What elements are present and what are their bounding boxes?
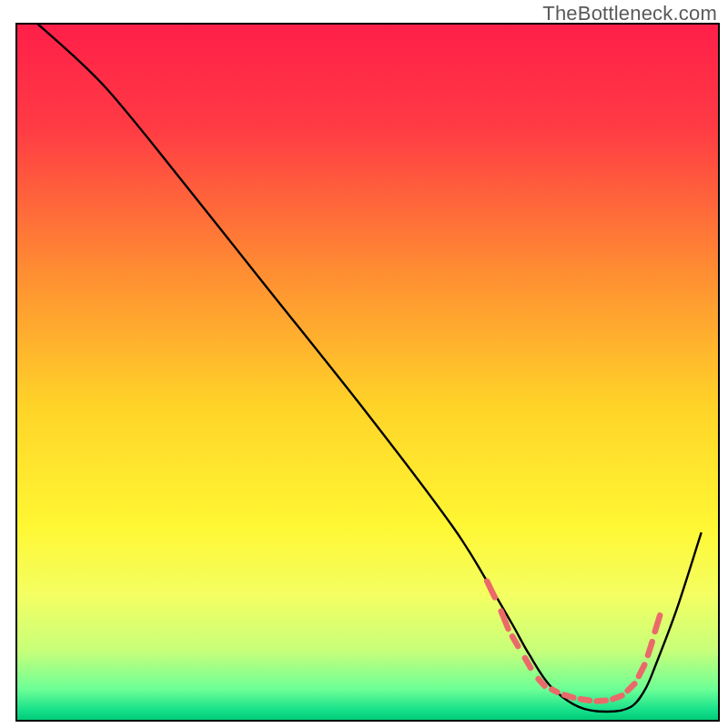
chart-stage: TheBottleneck.com [0, 0, 728, 728]
gradient-background [16, 24, 719, 721]
bottleneck-chart [0, 0, 728, 728]
watermark-text: TheBottleneck.com [542, 2, 717, 25]
trough-dash [648, 642, 652, 655]
trough-dash [581, 699, 590, 701]
trough-dash [612, 695, 622, 699]
trough-dash [551, 690, 557, 693]
trough-dash [597, 701, 606, 702]
trough-dash [564, 695, 573, 698]
